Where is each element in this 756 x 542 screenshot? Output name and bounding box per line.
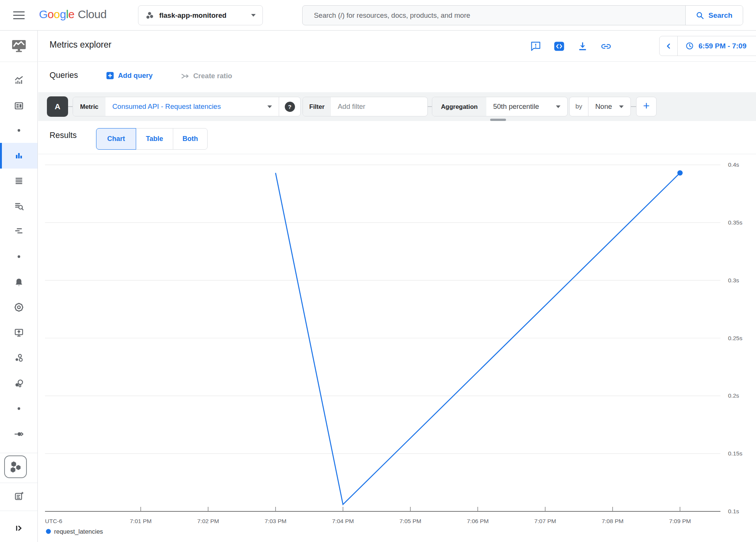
- merge-arrow-icon: [180, 71, 189, 81]
- cloud-monitoring-logo[interactable]: [0, 34, 37, 59]
- menu-icon[interactable]: [12, 11, 25, 20]
- metric-help-button[interactable]: ?: [279, 97, 300, 116]
- search-input[interactable]: [303, 6, 685, 25]
- results-bar: Results Chart Table Both: [38, 121, 756, 154]
- sidebar-item-overview[interactable]: [0, 70, 37, 91]
- sidebar-item-groups[interactable]: [0, 347, 37, 369]
- add-query-plus-icon: [106, 72, 114, 79]
- google-logo-text: Google: [39, 8, 75, 20]
- sidebar-section-dot: [0, 398, 37, 419]
- help-icon: ?: [285, 102, 295, 112]
- chevron-down-icon: [267, 105, 272, 108]
- svg-text:UTC-6: UTC-6: [45, 518, 62, 524]
- filter-pill: Filter Add filter: [303, 97, 428, 116]
- tab-both[interactable]: Both: [173, 128, 208, 150]
- feedback-icon: [531, 41, 541, 51]
- sidebar-nav: [0, 31, 38, 542]
- time-range-control: 6:59 PM - 7:09: [659, 36, 756, 56]
- tab-table[interactable]: Table: [136, 128, 173, 150]
- monitoring-logo-icon: [11, 39, 26, 53]
- feedback-button[interactable]: [531, 41, 541, 51]
- aggregation-label: Aggregation: [432, 97, 486, 116]
- search-button-label: Search: [708, 11, 732, 20]
- sidebar-section-dot: [0, 246, 37, 267]
- topbar: GoogleCloud flask-app-monitored Search: [0, 0, 756, 31]
- chevron-down-icon: [619, 105, 624, 108]
- cloud-logo-text: Cloud: [78, 8, 107, 20]
- search-icon: [696, 11, 704, 20]
- by-label: by: [570, 97, 588, 116]
- collapse-panel-icon: [14, 523, 24, 533]
- sidebar-item-services[interactable]: [0, 373, 37, 394]
- sidebar-item-release-notes[interactable]: [0, 486, 37, 507]
- time-range-back-button[interactable]: [660, 36, 678, 56]
- document-sparkle-icon: [14, 491, 24, 501]
- tab-chart[interactable]: Chart: [96, 128, 136, 150]
- svg-text:0.15s: 0.15s: [728, 450, 742, 457]
- sidebar-item-list[interactable]: [0, 170, 37, 191]
- dot-icon: [17, 407, 21, 410]
- sidebar-item-dashboards[interactable]: [0, 95, 37, 116]
- code-icon: [554, 41, 564, 51]
- sidebar-item-uptime-checks[interactable]: [0, 297, 37, 318]
- list-lines-icon: [14, 176, 24, 186]
- svg-text:7:06 PM: 7:06 PM: [467, 518, 489, 524]
- svg-text:7:04 PM: 7:04 PM: [332, 518, 354, 524]
- filter-placeholder: Add filter: [338, 102, 365, 111]
- query-editor-button[interactable]: [554, 41, 564, 51]
- aggregation-pill: Aggregation 50th percentile: [432, 97, 568, 116]
- create-ratio-button[interactable]: Create ratio: [180, 71, 232, 81]
- sidebar-item-alerting[interactable]: [0, 272, 37, 293]
- queries-title: Queries: [50, 71, 78, 80]
- sidebar-item-integrations[interactable]: [0, 423, 37, 444]
- sidebar-item-metrics-explorer[interactable]: [0, 145, 37, 166]
- group-by-dropdown[interactable]: None: [588, 97, 630, 116]
- add-query-label: Add query: [118, 71, 152, 80]
- svg-text:0.25s: 0.25s: [728, 335, 742, 341]
- time-range-button[interactable]: 6:59 PM - 7:09: [678, 36, 747, 56]
- add-query-button[interactable]: Add query: [106, 71, 152, 80]
- header-actions: [531, 31, 611, 62]
- badge-seal-icon: [14, 302, 24, 312]
- sidebar-item-trace[interactable]: [0, 220, 37, 242]
- metric-dropdown[interactable]: Consumed API - Request latencies: [106, 97, 279, 116]
- sidebar-item-monitoring-screen[interactable]: [0, 322, 37, 343]
- chevron-down-icon: [556, 105, 560, 108]
- line-chart-icon: [14, 75, 24, 85]
- dashboard-icon: [14, 101, 24, 111]
- svg-text:0.1s: 0.1s: [728, 508, 739, 514]
- sidebar-divider: [0, 483, 37, 483]
- share-link-button[interactable]: [601, 41, 611, 51]
- sidebar-divider: [0, 62, 37, 62]
- global-search: Search: [302, 5, 743, 25]
- sidebar-section-dot: [0, 120, 37, 141]
- sidebar-collapse-button[interactable]: [0, 517, 37, 539]
- logs-search-icon: [14, 201, 24, 211]
- sidebar-divider: [0, 511, 37, 511]
- create-ratio-label: Create ratio: [193, 72, 232, 80]
- add-aggregation-button[interactable]: +: [636, 97, 657, 116]
- svg-text:0.35s: 0.35s: [728, 219, 742, 226]
- pinned-product-button[interactable]: [4, 455, 27, 478]
- latency-chart[interactable]: 0.4s0.35s0.3s0.25s0.2s0.15s0.1s7:01 PM7:…: [38, 154, 756, 542]
- results-title: Results: [50, 131, 77, 140]
- aggregation-dropdown[interactable]: 50th percentile: [486, 97, 567, 116]
- svg-text:7:02 PM: 7:02 PM: [197, 518, 219, 524]
- google-cloud-logo: GoogleCloud: [39, 8, 107, 21]
- query-letter-badge: A: [47, 96, 68, 117]
- clock-icon: [685, 42, 694, 50]
- search-button[interactable]: Search: [685, 6, 743, 25]
- project-selector[interactable]: flask-app-monitored: [138, 5, 263, 25]
- svg-text:7:09 PM: 7:09 PM: [669, 518, 691, 524]
- dot-icon: [17, 255, 21, 259]
- svg-text:7:07 PM: 7:07 PM: [534, 518, 556, 524]
- metric-pill: Metric Consumed API - Request latencies …: [73, 97, 301, 116]
- download-button[interactable]: [577, 41, 588, 51]
- svg-text:request_latencies: request_latencies: [54, 528, 103, 535]
- sidebar-item-logs[interactable]: [0, 195, 37, 217]
- monitor-up-arrow-icon: [14, 328, 24, 338]
- svg-text:7:01 PM: 7:01 PM: [130, 518, 152, 524]
- sidebar-divider: [0, 453, 37, 453]
- filter-label: Filter: [303, 97, 331, 116]
- filter-input[interactable]: Add filter: [331, 97, 427, 116]
